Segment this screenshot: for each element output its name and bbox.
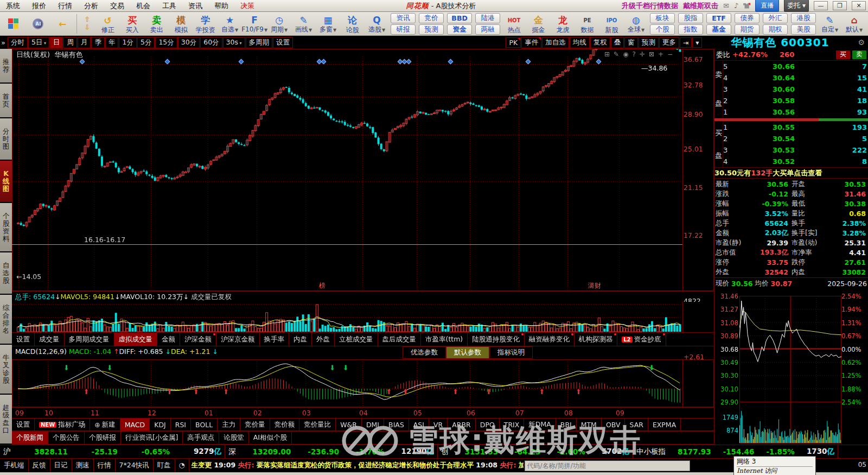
- tool-更多[interactable]: 更多: [659, 37, 679, 48]
- sidebar-item-综合排名[interactable]: 综合排名: [0, 295, 12, 345]
- page-up-down-buttons[interactable]: ⇧⇩: [79, 16, 95, 31]
- toolbar-item-龙虎[interactable]: 龙龙虎: [551, 12, 575, 35]
- indicator-tab-MACD[interactable]: MACD: [120, 419, 150, 430]
- status-button-行情[interactable]: 行情: [94, 459, 116, 472]
- toolbar-item-画线[interactable]: ✎画线▼: [292, 12, 315, 35]
- vol-tab-成交量[interactable]: 成交量: [35, 333, 65, 346]
- tool-加自选[interactable]: 加自选: [542, 37, 569, 48]
- dropdown-arrow-icon[interactable]: ▼: [641, 28, 644, 33]
- menu-item-决策[interactable]: 决策: [234, 2, 260, 10]
- toolbar-button-竞价[interactable]: 竞价: [419, 13, 444, 23]
- toolbar-button-预测[interactable]: 预测: [419, 24, 444, 35]
- toolbar-button-期权[interactable]: 期权: [763, 24, 788, 35]
- toolbar-item-周期[interactable]: ◷周期▼: [267, 12, 291, 35]
- toolbar-button-陆港[interactable]: 陆港: [475, 13, 500, 23]
- status-button-盯盘[interactable]: 盯盘: [154, 459, 175, 472]
- indicator-tab-竞价量比[interactable]: 竞价量比: [299, 419, 336, 430]
- period-30s[interactable]: 30s ▾: [223, 37, 245, 48]
- toolbar-button-债券[interactable]: 债券: [735, 13, 760, 23]
- toolbar-button-股指[interactable]: 股指: [678, 13, 703, 23]
- toolbar-item-新股[interactable]: IPO新股: [600, 12, 623, 35]
- tool-⇥[interactable]: ⇥: [680, 37, 692, 48]
- dropdown-arrow-icon[interactable]: ▼: [284, 28, 288, 33]
- toolbar-item-默认[interactable]: ⌂默认▼: [843, 12, 866, 35]
- menu-item-报价[interactable]: 报价: [26, 2, 52, 10]
- news-ticker[interactable]: 生变更 19:09 央行: 要落实落细适度宽松的货币政策，促进经济稳定增长和物价…: [192, 461, 524, 470]
- sidebar-item-首页[interactable]: 首页: [0, 84, 12, 118]
- news-event-marker[interactable]: 潞财: [588, 281, 601, 290]
- period-季[interactable]: 季: [91, 37, 105, 48]
- kline-chart[interactable]: [12, 49, 714, 291]
- indicator-tab-ASI[interactable]: ASI: [409, 419, 429, 430]
- toolbar-item-全球[interactable]: ◍全球▼: [624, 12, 648, 35]
- indicator-tab-OBV[interactable]: OBV: [602, 419, 626, 430]
- period-15分[interactable]: 15分: [155, 37, 177, 48]
- dropdown-arrow-icon[interactable]: ▼: [333, 28, 336, 33]
- sell-level-row[interactable]: 230.5818: [723, 95, 868, 106]
- period-设置[interactable]: 设置: [273, 37, 293, 48]
- vol-tab-多周期成交量[interactable]: 多周期成交量: [65, 333, 114, 346]
- upgrade-link[interactable]: 升级千档行情数据: [622, 1, 678, 11]
- vol-tab-外盘[interactable]: 外盘: [312, 333, 335, 346]
- tool-预测[interactable]: 预测: [639, 37, 659, 48]
- menu-item-工具[interactable]: 工具: [156, 2, 182, 10]
- vol-tab-内盘[interactable]: 内盘: [289, 333, 312, 346]
- toolbar-item-论股[interactable]: 论论股: [341, 12, 364, 35]
- sidebar-item-牛叉诊股[interactable]: 牛叉诊股: [0, 345, 12, 395]
- dropdown-arrow-icon[interactable]: ▼: [382, 28, 385, 33]
- dropdown-arrow-icon[interactable]: ▼: [309, 28, 312, 33]
- status-button-7*24快讯[interactable]: 7*24快讯: [116, 459, 154, 472]
- toolbar-item-多窗[interactable]: ▦多窗▼: [316, 12, 340, 35]
- vol-tab-换手率[interactable]: 换手率: [260, 333, 290, 346]
- vol-tab-金额[interactable]: 金额: [157, 333, 180, 346]
- menu-item-机会[interactable]: 机会: [130, 2, 156, 10]
- eye-icon[interactable]: ◉: [623, 50, 628, 58]
- lock-icon[interactable]: ⊠: [649, 50, 654, 58]
- up-arrow-icon[interactable]: ⇧: [79, 16, 95, 23]
- period-月[interactable]: 月: [78, 37, 91, 48]
- toolbar-item-热点[interactable]: HOT热点: [502, 12, 526, 35]
- period-5分[interactable]: 5分: [137, 37, 155, 48]
- news-tab-论股堂[interactable]: 论股堂: [219, 432, 249, 444]
- buy-level-row[interactable]: 230.545: [723, 133, 868, 144]
- sidebar-item-自选股[interactable]: 自选股: [0, 252, 12, 295]
- help-icon[interactable]: ?: [633, 50, 636, 58]
- vol-tab-市盈率(ttm)[interactable]: 市盈率(ttm): [421, 333, 468, 346]
- toolbar-button-板块[interactable]: 板块: [650, 13, 675, 23]
- sell-level-row[interactable]: 430.6415: [723, 72, 868, 84]
- toolbar-button-研报[interactable]: 研报: [391, 24, 416, 35]
- index-group-沪[interactable]: 沪3828.11-25.19-0.65%9279亿: [0, 445, 225, 458]
- menu-item-资讯[interactable]: 资讯: [182, 2, 208, 10]
- buy-level-row[interactable]: 130.55193: [723, 122, 868, 133]
- period-年[interactable]: 年: [105, 37, 119, 48]
- code-search-input[interactable]: [525, 460, 690, 471]
- indicator-tab-设置[interactable]: 设置: [12, 419, 35, 430]
- toolbar-item-修正[interactable]: ↺修正: [96, 12, 119, 35]
- sidebar-item-K线图[interactable]: K线图: [0, 161, 12, 203]
- toolbar-item-模拟[interactable]: 模模拟: [169, 12, 193, 35]
- toolbar-item-学投资[interactable]: 学学投资: [194, 12, 217, 35]
- toolbar-button-BBD[interactable]: BBD: [447, 13, 472, 23]
- sidebar-item-超级盘口[interactable]: 超级盘口: [0, 395, 12, 445]
- news-tab-个股研报[interactable]: 个股研报: [85, 432, 121, 444]
- collapse-icon[interactable]: »: [1, 39, 5, 47]
- indicator-tab-竞价额[interactable]: 竞价额: [270, 419, 300, 430]
- news-event-marker[interactable]: 榜: [319, 281, 326, 290]
- period-日[interactable]: 日: [50, 37, 63, 48]
- ai-assistant-icon[interactable]: AI: [27, 12, 50, 35]
- sidebar-item-推荐[interactable]: 推荐: [0, 49, 12, 84]
- indicator-tab-ARBR[interactable]: ARBR: [448, 419, 476, 430]
- buy-button[interactable]: 买: [836, 50, 850, 59]
- minimize-button[interactable]: —: [814, 1, 828, 10]
- period-分时[interactable]: 分时: [8, 37, 28, 48]
- period-周[interactable]: 周: [63, 37, 77, 48]
- sidebar-item-个股资料[interactable]: 个股资料: [0, 203, 12, 253]
- tool-复权[interactable]: 复权: [590, 37, 610, 48]
- intraday-mini-chart[interactable]: [739, 296, 841, 444]
- toolbar-button-港股[interactable]: 港股: [791, 13, 816, 23]
- shirt-icon[interactable]: [743, 3, 750, 9]
- down-arrow-icon[interactable]: ⇩: [79, 24, 95, 31]
- dropdown-arrow-icon[interactable]: ▼: [235, 28, 238, 33]
- indicator-tab-竞价量[interactable]: 竞价量: [240, 419, 270, 430]
- period-30分[interactable]: 30分: [178, 37, 200, 48]
